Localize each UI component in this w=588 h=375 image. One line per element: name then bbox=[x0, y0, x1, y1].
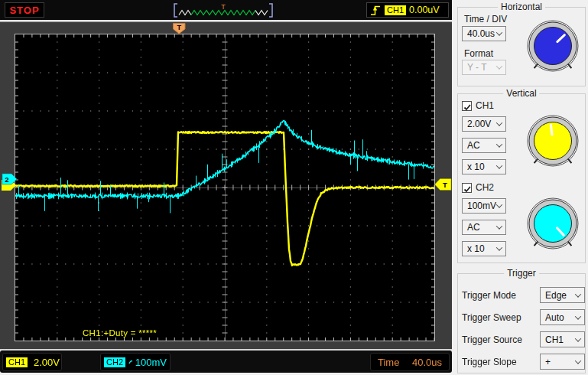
ch1-readout: CH1 2.00V bbox=[2, 353, 62, 371]
trigger-source-select[interactable]: CH1 bbox=[540, 331, 585, 347]
trigger-group: Trigger Trigger Mode Edge Trigger Sweep … bbox=[457, 273, 586, 373]
ch1-volt-value: 2.00V bbox=[467, 119, 491, 129]
format-label: Format bbox=[464, 48, 493, 59]
ch2-readout: CH2 100mV bbox=[100, 353, 171, 371]
right-bracket-icon bbox=[269, 4, 272, 17]
svg-text:2: 2 bbox=[5, 175, 8, 184]
trigger-level-marker[interactable]: T bbox=[434, 178, 452, 191]
vertical-group-title: Vertical bbox=[503, 88, 539, 99]
trigger-sweep-value: Auto bbox=[545, 312, 564, 323]
rising-edge-icon bbox=[370, 4, 382, 17]
sine-wave-icon bbox=[128, 358, 132, 366]
trigger-readout: CH1 0.00uV bbox=[366, 2, 449, 18]
ch2-badge: CH2 bbox=[104, 357, 125, 367]
trigger-mode-value: Edge bbox=[545, 290, 567, 301]
chevron-down-icon bbox=[496, 29, 502, 35]
stop-status-text: STOP bbox=[9, 5, 39, 16]
trigger-sweep-select[interactable]: Auto bbox=[540, 309, 585, 325]
top-status-bar: STOP T CH1 0.00uV bbox=[0, 0, 452, 20]
waveform-preview: T bbox=[173, 2, 274, 18]
control-panel: Horizontal Time / DIV 40.0us Format Y - … bbox=[452, 0, 588, 375]
chevron-down-icon bbox=[575, 357, 581, 364]
chevron-down-icon bbox=[575, 291, 581, 297]
ch2-checkbox-label: CH2 bbox=[476, 182, 494, 193]
chevron-down-icon bbox=[496, 141, 502, 147]
time-div-selected-value: 40.0us bbox=[467, 28, 495, 39]
ch1-volt-select[interactable]: 2.00V bbox=[462, 116, 506, 132]
ch2-coupling-value: AC bbox=[467, 222, 480, 233]
format-selected-value: Y - T bbox=[467, 62, 487, 73]
trigger-source-label: Trigger Source bbox=[462, 334, 522, 345]
ch1-probe-select[interactable]: x 10 bbox=[462, 159, 506, 174]
trigger-mode-label: Trigger Mode bbox=[462, 290, 516, 301]
svg-text:T: T bbox=[443, 181, 447, 189]
time-readout: Time 40.0us bbox=[370, 353, 450, 371]
left-bracket-icon bbox=[174, 4, 177, 17]
ch2-volt-select[interactable]: 100mV bbox=[462, 198, 506, 214]
format-select: Y - T bbox=[462, 60, 506, 75]
chevron-down-icon bbox=[496, 63, 502, 69]
bottom-readout-bar: CH1 2.00V CH2 100mV Time 40.0us bbox=[0, 351, 452, 373]
trigger-level-value: 0.00uV bbox=[409, 5, 440, 15]
ch1-position-knob[interactable] bbox=[522, 110, 583, 171]
ch1-coupling-select[interactable]: AC bbox=[462, 138, 506, 153]
chevron-down-icon bbox=[575, 335, 581, 341]
ch1-checkbox-label: CH1 bbox=[476, 100, 494, 111]
checkbox-box bbox=[462, 101, 472, 111]
ch1-scale-value: 2.00V bbox=[34, 357, 60, 368]
svg-text:T: T bbox=[177, 24, 181, 31]
checkbox-box bbox=[462, 183, 472, 193]
time-scale-value: 40.0us bbox=[412, 357, 442, 368]
ch1-probe-value: x 10 bbox=[467, 161, 485, 172]
trigger-position-marker[interactable]: T bbox=[173, 23, 186, 34]
chevron-down-icon bbox=[575, 313, 581, 319]
preview-waveform-icon bbox=[179, 11, 268, 15]
ch1-enable-checkbox[interactable]: CH1 bbox=[462, 100, 494, 111]
chevron-down-icon bbox=[496, 162, 502, 168]
chevron-down-icon bbox=[496, 223, 502, 229]
trigger-sweep-label: Trigger Sweep bbox=[462, 312, 521, 323]
trace-canvas bbox=[15, 34, 434, 341]
graticule-plot: CH1:+Duty = ***** bbox=[15, 34, 435, 341]
ch2-position-marker[interactable]: 2 bbox=[1, 173, 17, 192]
trigger-group-title: Trigger bbox=[504, 268, 539, 279]
measurement-duty-text: CH1:+Duty = ***** bbox=[83, 328, 157, 338]
time-div-select[interactable]: 40.0us bbox=[462, 26, 506, 41]
horizontal-group-title: Horizontal bbox=[498, 2, 545, 12]
chevron-down-icon bbox=[496, 244, 502, 250]
trigger-slope-label: Trigger Slope bbox=[462, 357, 517, 367]
trigger-source-badge: CH1 bbox=[385, 5, 406, 15]
preview-trigger-label: T bbox=[221, 3, 226, 11]
check-icon bbox=[463, 184, 473, 194]
trigger-slope-value: + bbox=[545, 357, 551, 367]
ch2-position-knob[interactable] bbox=[522, 193, 583, 254]
chevron-down-icon bbox=[496, 201, 502, 207]
trigger-slope-select[interactable]: + bbox=[540, 354, 585, 370]
chevron-down-icon bbox=[496, 119, 502, 126]
ch1-badge: CH1 bbox=[6, 357, 28, 367]
ch1-coupling-value: AC bbox=[467, 140, 480, 151]
ch2-coupling-select[interactable]: AC bbox=[462, 220, 506, 235]
ch2-enable-checkbox[interactable]: CH2 bbox=[462, 182, 494, 193]
ch2-volt-value: 100mV bbox=[467, 201, 496, 211]
time-div-label: Time / DIV bbox=[464, 14, 507, 24]
oscilloscope-app: STOP T CH1 0.00uV CH1:+Duty = ***** T bbox=[0, 0, 588, 375]
check-icon bbox=[463, 103, 473, 112]
scope-display-area: CH1:+Duty = ***** T 2 T bbox=[0, 22, 452, 349]
ch2-scale-value: 100mV bbox=[135, 357, 167, 368]
ch2-probe-value: x 10 bbox=[467, 243, 485, 254]
vertical-group: Vertical CH1 2.00V AC x 10 bbox=[457, 93, 586, 263]
ch2-probe-select[interactable]: x 10 bbox=[462, 241, 506, 256]
trigger-source-value: CH1 bbox=[545, 334, 564, 345]
acquisition-status: STOP bbox=[5, 2, 44, 18]
time-label: Time bbox=[378, 357, 399, 368]
horizontal-knob[interactable] bbox=[522, 15, 583, 77]
horizontal-group: Horizontal Time / DIV 40.0us Format Y - … bbox=[457, 7, 586, 86]
trigger-mode-select[interactable]: Edge bbox=[540, 287, 585, 303]
